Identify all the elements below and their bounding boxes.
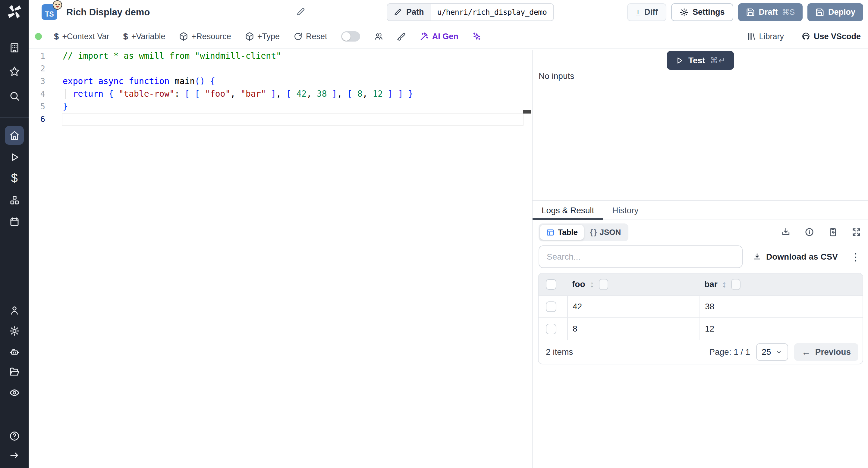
view-json-button[interactable]: { } JSON xyxy=(584,225,627,240)
sidebar-item-users[interactable] xyxy=(9,305,20,316)
select-all-checkbox[interactable] xyxy=(546,279,556,290)
sidebar-item-workers[interactable] xyxy=(9,346,20,358)
code-line-content[interactable]: } xyxy=(62,100,524,113)
sidebar-item-runs[interactable] xyxy=(9,152,20,163)
sidebar-item-folders[interactable] xyxy=(9,366,20,378)
sidebar-item-variables[interactable]: $ xyxy=(9,172,20,184)
library-button[interactable]: Library xyxy=(747,32,784,41)
add-resource-button[interactable]: +Resource xyxy=(179,32,231,41)
path-button[interactable]: Path xyxy=(387,4,431,21)
sidebar-item-audit-logs[interactable] xyxy=(9,387,20,398)
select-all-cell xyxy=(538,279,568,290)
windmill-logo-icon[interactable] xyxy=(6,4,23,20)
code-editor[interactable]: 1// import * as wmill from "windmill-cli… xyxy=(29,50,532,468)
code-line[interactable]: 5} xyxy=(29,100,532,113)
sort-icon[interactable]: ↕ xyxy=(722,279,727,290)
package-icon xyxy=(245,32,254,41)
collaborators-icon[interactable] xyxy=(374,32,383,41)
code-line[interactable]: 4 return { "table-row": [ [ "foo", "bar"… xyxy=(29,88,532,100)
search-input[interactable] xyxy=(538,245,743,268)
table-row[interactable]: 4238 xyxy=(538,295,863,317)
sidebar-item-settings[interactable] xyxy=(9,325,20,337)
download-icon xyxy=(752,253,762,261)
path-value[interactable]: u/henri/rich_display_demo xyxy=(431,4,554,21)
header: TS Rich Display demo Path u/henri/rich_d… xyxy=(29,0,868,24)
draft-button[interactable]: Draft ⌘S xyxy=(738,3,803,21)
page-size-select[interactable]: 25 xyxy=(756,343,788,361)
code-line[interactable]: 6 xyxy=(29,113,532,126)
row-checkbox[interactable] xyxy=(546,301,556,312)
column-option-box[interactable] xyxy=(599,279,608,290)
sidebar-item-resources[interactable] xyxy=(9,195,20,206)
overview-ruler-cursor-mark xyxy=(523,110,531,113)
deploy-button[interactable]: Deploy xyxy=(807,3,863,21)
table-body: 4238812 xyxy=(538,295,863,340)
line-number: 4 xyxy=(29,88,62,100)
windmill-script-editor: $ TS xyxy=(0,0,868,468)
download-icon[interactable] xyxy=(781,227,791,237)
emoji-face-badge xyxy=(53,0,62,10)
code-line-content[interactable]: // import * as wmill from "windmill-clie… xyxy=(62,50,524,62)
tab-history[interactable]: History xyxy=(603,201,647,220)
add-context-var-button[interactable]: $ +Context Var xyxy=(54,32,109,41)
workspace-icon[interactable] xyxy=(9,42,20,54)
code-line-content[interactable] xyxy=(62,113,524,126)
magic-wand-icon xyxy=(420,32,429,41)
plus-minus-icon: ± xyxy=(636,7,641,18)
gear-icon xyxy=(680,8,689,17)
add-variable-button[interactable]: $ +Variable xyxy=(123,32,165,41)
test-button[interactable]: Test ⌘↵ xyxy=(667,51,734,70)
code-line-content[interactable]: return { "table-row": [ [ "foo", "bar" ]… xyxy=(62,88,524,100)
table-header-row: foo ↕ bar ↕ xyxy=(538,273,863,295)
editor-toolbar: $ +Context Var $ +Variable +Resource +Ty… xyxy=(29,24,868,49)
code-line[interactable]: 2 xyxy=(29,62,532,75)
sort-icon[interactable]: ↕ xyxy=(590,279,594,290)
header-buttons: ± Diff Settings Draft ⌘S Deploy xyxy=(627,3,863,21)
github-icon xyxy=(801,32,810,41)
table-footer: 2 items Page: 1 / 1 25 ← Previous xyxy=(538,340,863,364)
row-select-cell xyxy=(538,318,568,340)
download-csv-button[interactable]: Download as CSV xyxy=(752,252,838,262)
previous-page-button[interactable]: ← Previous xyxy=(794,343,858,361)
save-icon xyxy=(746,8,755,17)
ai-gen-button[interactable]: AI Gen xyxy=(420,32,458,41)
clipboard-copy-icon[interactable] xyxy=(828,227,838,237)
help-icon[interactable] xyxy=(9,430,20,442)
row-select-cell xyxy=(538,296,568,317)
edit-title-pencil-icon[interactable] xyxy=(296,7,306,18)
braces-icon: { } xyxy=(590,228,596,237)
line-number: 3 xyxy=(29,75,62,88)
sparkles-icon[interactable] xyxy=(472,32,481,41)
column-header-bar: bar ↕ xyxy=(700,279,863,290)
code-line-content[interactable] xyxy=(62,62,524,75)
expand-sidebar-arrow-icon[interactable] xyxy=(9,449,20,461)
code-line[interactable]: 1// import * as wmill from "windmill-cli… xyxy=(29,50,532,62)
line-number: 6 xyxy=(29,113,62,126)
kebab-menu-icon[interactable]: ⋮ xyxy=(850,252,861,262)
diff-button[interactable]: ± Diff xyxy=(627,3,666,21)
sidebar-item-schedules[interactable] xyxy=(9,216,20,228)
path-widget[interactable]: Path u/henri/rich_display_demo xyxy=(387,3,554,21)
column-option-box[interactable] xyxy=(731,279,741,290)
table-row[interactable]: 812 xyxy=(538,317,863,340)
column-header-foo: foo ↕ xyxy=(568,279,700,290)
format-brush-icon[interactable] xyxy=(397,32,406,41)
expand-icon[interactable] xyxy=(851,227,861,237)
code-line[interactable]: 3export async function main() { xyxy=(29,75,532,88)
add-type-button[interactable]: +Type xyxy=(245,32,280,41)
tab-logs-result[interactable]: Logs & Result xyxy=(532,201,603,220)
view-table-button[interactable]: Table xyxy=(540,225,584,240)
code-line-content[interactable]: export async function main() { xyxy=(62,75,524,88)
diff-mode-toggle[interactable] xyxy=(341,31,360,41)
favorites-star-icon[interactable] xyxy=(9,66,20,77)
info-icon[interactable] xyxy=(804,227,814,237)
play-icon xyxy=(675,56,684,65)
code-lines[interactable]: 1// import * as wmill from "windmill-cli… xyxy=(29,50,532,126)
search-icon[interactable] xyxy=(9,90,20,102)
row-checkbox[interactable] xyxy=(546,324,556,334)
table-search-row: Download as CSV ⋮ xyxy=(532,241,868,268)
reset-button[interactable]: Reset xyxy=(293,32,327,41)
sidebar-item-home[interactable] xyxy=(5,126,24,145)
use-vscode-button[interactable]: Use VScode xyxy=(801,32,861,41)
settings-button[interactable]: Settings xyxy=(671,3,733,21)
